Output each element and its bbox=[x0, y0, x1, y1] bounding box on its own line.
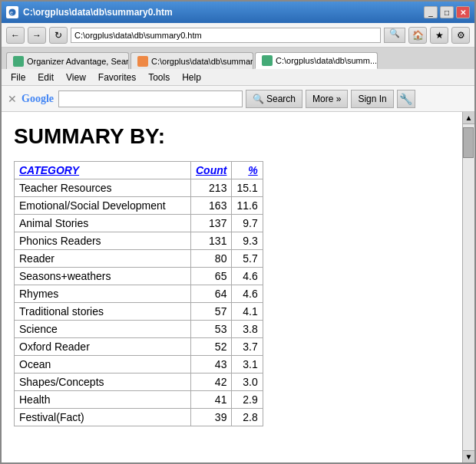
settings-icon: 🔧 bbox=[399, 93, 412, 105]
cell-count: 43 bbox=[191, 356, 232, 374]
google-search-input[interactable] bbox=[58, 90, 243, 107]
menu-tools[interactable]: Tools bbox=[142, 71, 176, 84]
tabs-bar: Organizer Advantage, Search, ... ✕ C:\or… bbox=[2, 48, 474, 69]
scroll-up-button[interactable]: ▲ bbox=[463, 112, 474, 124]
menu-help[interactable]: Help bbox=[176, 71, 207, 84]
toolbar-settings-button[interactable]: 🔧 bbox=[397, 90, 415, 108]
page-title: SUMMARY BY: bbox=[14, 124, 450, 149]
cell-percent: 4.1 bbox=[232, 303, 263, 321]
cell-count: 131 bbox=[191, 232, 232, 250]
cell-count: 65 bbox=[191, 268, 232, 285]
menu-file[interactable]: File bbox=[5, 71, 31, 84]
cell-percent: 15.1 bbox=[232, 179, 263, 197]
cell-percent: 4.6 bbox=[232, 268, 263, 285]
tab-3[interactable]: C:\orgplus\data\db\summ... ✕ bbox=[255, 52, 378, 69]
cell-category: Reader bbox=[15, 250, 191, 268]
favorites-button[interactable]: ★ bbox=[430, 27, 448, 44]
cell-percent: 9.3 bbox=[232, 232, 263, 250]
cell-percent: 3.8 bbox=[232, 321, 263, 338]
cell-percent: 3.7 bbox=[232, 338, 263, 356]
search-button[interactable]: 🔍 Search bbox=[246, 90, 302, 108]
header-count: Count bbox=[191, 162, 232, 179]
table-row: Traditional stories574.1 bbox=[15, 303, 263, 321]
table-row: Festival(Fact)392.8 bbox=[15, 409, 263, 426]
cell-category: Health bbox=[15, 391, 191, 409]
tab-2[interactable]: C:\orgplus\data\db\summary... ✕ bbox=[131, 52, 253, 69]
refresh-button[interactable]: ↻ bbox=[49, 27, 68, 44]
cell-count: 53 bbox=[191, 321, 232, 338]
search-icon: 🔍 bbox=[253, 94, 264, 104]
window-title: C:\orgplus\data\db\summary0.htm bbox=[23, 7, 173, 18]
table-row: Animal Stories1379.7 bbox=[15, 215, 263, 232]
table-row: Health412.9 bbox=[15, 391, 263, 409]
back-button[interactable]: ← bbox=[6, 27, 25, 44]
tab-3-label: C:\orgplus\data\db\summ... bbox=[276, 56, 377, 65]
address-input[interactable] bbox=[71, 28, 381, 43]
cell-category: Science bbox=[15, 321, 191, 338]
cell-category: Ocean bbox=[15, 356, 191, 374]
tab-1-icon bbox=[13, 56, 24, 67]
title-bar-left: e C:\orgplus\data\db\summary0.htm bbox=[6, 6, 173, 18]
cell-count: 52 bbox=[191, 338, 232, 356]
cell-count: 64 bbox=[191, 285, 232, 303]
forward-button[interactable]: → bbox=[28, 27, 46, 44]
back-icon: ← bbox=[11, 30, 20, 41]
scroll-down-icon: ▼ bbox=[465, 452, 473, 461]
cell-category: Shapes/Concepts bbox=[15, 374, 191, 391]
cell-count: 57 bbox=[191, 303, 232, 321]
header-percent: % bbox=[232, 162, 263, 179]
header-category: CATEGORY bbox=[15, 162, 191, 179]
refresh-icon: ↻ bbox=[55, 30, 62, 41]
minimize-button[interactable]: _ bbox=[424, 6, 438, 18]
scroll-thumb[interactable] bbox=[463, 127, 474, 158]
table-body: Teacher Resources21315.1Emotional/Social… bbox=[15, 179, 263, 426]
menu-bar: File Edit View Favorites Tools Help bbox=[2, 69, 474, 86]
toolbar-close-icon[interactable]: ✕ bbox=[6, 93, 18, 105]
settings-icon-button[interactable]: ⚙ bbox=[451, 27, 470, 44]
cell-count: 39 bbox=[191, 409, 232, 426]
search-button-label: Search bbox=[266, 94, 296, 104]
scroll-up-icon: ▲ bbox=[465, 114, 473, 122]
cell-percent: 5.7 bbox=[232, 250, 263, 268]
cell-category: Animal Stories bbox=[15, 215, 191, 232]
menu-favorites[interactable]: Favorites bbox=[92, 71, 142, 84]
more-button[interactable]: More » bbox=[306, 90, 348, 108]
search-icon-button[interactable]: 🔍 bbox=[384, 28, 405, 43]
table-row: Science533.8 bbox=[15, 321, 263, 338]
cell-percent: 3.1 bbox=[232, 356, 263, 374]
close-button[interactable]: ✕ bbox=[456, 6, 470, 18]
tab-3-icon bbox=[262, 55, 273, 66]
cell-count: 213 bbox=[191, 179, 232, 197]
cell-category: Festival(Fact) bbox=[15, 409, 191, 426]
cell-category: Phonics Readers bbox=[15, 232, 191, 250]
cell-category: Emotional/Social Development bbox=[15, 197, 191, 215]
maximize-button[interactable]: □ bbox=[440, 6, 454, 18]
table-row: Rhymes644.6 bbox=[15, 285, 263, 303]
table-row: Reader805.7 bbox=[15, 250, 263, 268]
cell-category: Teacher Resources bbox=[15, 179, 191, 197]
title-bar: e C:\orgplus\data\db\summary0.htm _ □ ✕ bbox=[2, 2, 474, 23]
cell-percent: 2.8 bbox=[232, 409, 263, 426]
home-button[interactable]: 🏠 bbox=[408, 27, 427, 44]
cell-count: 80 bbox=[191, 250, 232, 268]
cell-category: Rhymes bbox=[15, 285, 191, 303]
scroll-down-button[interactable]: ▼ bbox=[463, 450, 474, 462]
browser-icon: e bbox=[6, 6, 18, 18]
scroll-track[interactable] bbox=[463, 124, 474, 450]
tab-1-label: Organizer Advantage, Search, ... bbox=[27, 57, 129, 66]
cell-count: 42 bbox=[191, 374, 232, 391]
cell-category: Traditional stories bbox=[15, 303, 191, 321]
cell-category: Oxford Reader bbox=[15, 338, 191, 356]
main-content: SUMMARY BY: CATEGORY Count % Teacher Res… bbox=[2, 112, 462, 462]
cell-percent: 2.9 bbox=[232, 391, 263, 409]
tab-1[interactable]: Organizer Advantage, Search, ... ✕ bbox=[6, 52, 129, 69]
tab-2-label: C:\orgplus\data\db\summary... bbox=[151, 57, 253, 66]
menu-view[interactable]: View bbox=[60, 71, 92, 84]
cell-category: Seasons+weathers bbox=[15, 268, 191, 285]
cell-count: 41 bbox=[191, 391, 232, 409]
signin-button[interactable]: Sign In bbox=[351, 90, 393, 108]
menu-edit[interactable]: Edit bbox=[31, 71, 60, 84]
table-row: Ocean433.1 bbox=[15, 356, 263, 374]
cell-percent: 11.6 bbox=[232, 197, 263, 215]
table-row: Emotional/Social Development16311.6 bbox=[15, 197, 263, 215]
